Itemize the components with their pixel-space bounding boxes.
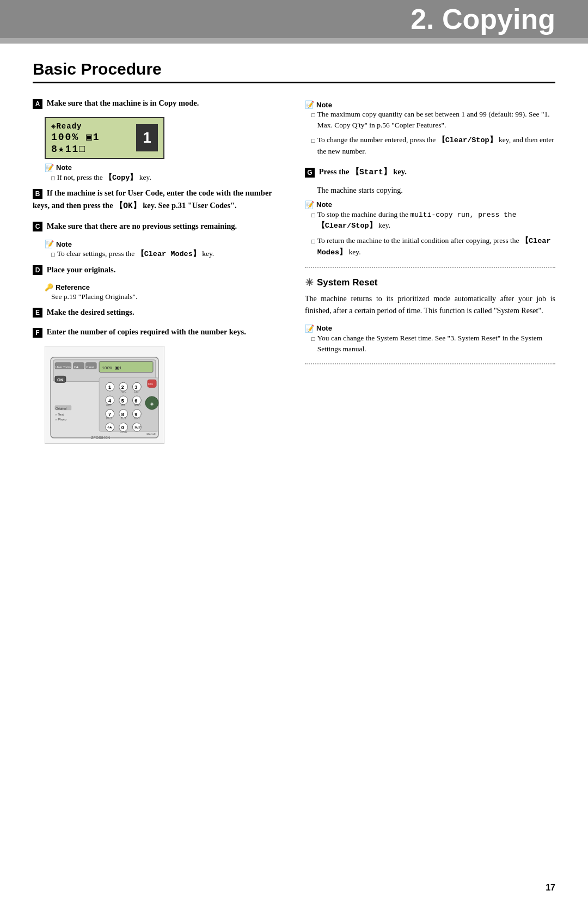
step-7-bullet-2: □ [311, 237, 315, 246]
svg-text:User Tools: User Tools [56, 365, 71, 369]
system-reset-text: The machine returns to its prioritized m… [305, 293, 555, 318]
lcd-top: ◈Ready [51, 121, 136, 131]
step-5: E Make the desired settings. [33, 306, 283, 319]
left-column: A Make sure that the machine is in Copy … [33, 97, 283, 450]
svg-text:GHI: GHI [106, 404, 111, 407]
step-3-num: C [33, 222, 42, 231]
step-4-ref: 🔑 Reference See p.19 "Placing Originals"… [45, 283, 283, 302]
step-2: B If the machine is set for User Code, e… [33, 187, 283, 212]
step-7-num: G [305, 168, 315, 178]
svg-text:100%  ▣1: 100% ▣1 [102, 365, 122, 370]
svg-text:○ Text: ○ Text [55, 413, 64, 416]
svg-text:C/⊙: C/⊙ [148, 383, 153, 386]
copier-image-container: 100% ▣1 User Tools C♣ Clear OK 1 [45, 346, 164, 446]
right-note-top-item-2-text: To change the number entered, press the … [317, 135, 555, 157]
svg-text:0: 0 [121, 425, 124, 430]
step-1: A Make sure that the machine is in Copy … [33, 97, 283, 109]
step-7-note-item-1-text: To stop the machine during the multi-cop… [317, 209, 555, 232]
step-7-note-item-1: □ To stop the machine during the multi-c… [311, 209, 555, 232]
svg-text:ZFOS840N: ZFOS840N [91, 436, 110, 440]
svg-text:5: 5 [121, 398, 124, 404]
step-7-note: 📝 Note □ To stop the machine during the … [305, 200, 555, 258]
step-6-text: Enter the number of copies required with… [47, 327, 246, 336]
system-reset-note-icon: 📝 [305, 324, 314, 333]
two-column-layout: A Make sure that the machine is in Copy … [33, 97, 555, 450]
svg-text:7: 7 [108, 412, 111, 417]
note-3-item-text: To clear settings, press the 【Clear Mode… [57, 248, 215, 260]
system-reset-note-item-1-text: You can change the System Reset time. Se… [317, 333, 555, 355]
step-3-text: Make sure that there are no previous set… [47, 222, 237, 230]
right-note-top-bullet-1: □ [311, 111, 315, 120]
lcd-number: 1 [136, 124, 158, 151]
right-note-top-title: 📝 Note [305, 100, 555, 109]
svg-text:8: 8 [121, 412, 124, 417]
svg-text:OK: OK [57, 377, 64, 382]
step-7-note-title: 📝 Note [305, 200, 555, 209]
system-reset-icon: ☀ [305, 277, 314, 289]
svg-text:2: 2 [121, 385, 124, 390]
page-number: 17 [546, 883, 555, 893]
step-7-bullet-1: □ [311, 211, 315, 220]
svg-text:○ Photo: ○ Photo [55, 418, 66, 421]
dotted-separator-2 [305, 363, 555, 364]
svg-text:9: 9 [134, 412, 137, 417]
step-1-num: A [33, 99, 42, 109]
svg-text:ABC: ABC [121, 391, 127, 393]
step-7-note-item-2-text: To return the machine to the initial con… [317, 235, 555, 259]
ref-icon: 🔑 [45, 283, 53, 291]
note-3-item-1: □ To clear settings, press the 【Clear Mo… [51, 248, 283, 260]
svg-text:Original: Original [56, 407, 66, 410]
step-4-text: Place your originals. [47, 265, 116, 274]
svg-text:3: 3 [134, 385, 137, 390]
lcd-display: ◈Ready 100% ▣1 8★11□ 1 [45, 117, 164, 159]
section-title: Basic Procedure [33, 60, 555, 83]
svg-text:◈: ◈ [150, 401, 154, 406]
step-2-num: B [33, 189, 42, 199]
system-reset-note-item-1: □ You can change the System Reset time. … [311, 333, 555, 355]
step-2-text: If the machine is set for User Code, ent… [33, 188, 272, 210]
right-note-top-item-1: □ The maximum copy quantity can be set b… [311, 109, 555, 131]
note-icon: 📝 [45, 163, 54, 172]
step-6: F Enter the number of copies required wi… [33, 326, 283, 338]
step-6-num: F [33, 328, 42, 338]
system-reset-note-label: Note [316, 324, 332, 332]
note-1-item-1-text: If not, press the 【Copy】 key. [57, 172, 151, 184]
system-reset-bullet-1: □ [311, 334, 315, 344]
lcd-bottom: 100% ▣1 8★11□ [51, 131, 136, 155]
step-7-text: Press the 【Start】 key. [319, 167, 407, 176]
step-1-text: Make sure that the machine is in Copy mo… [47, 99, 199, 107]
copier-svg: 100% ▣1 User Tools C♣ Clear OK 1 [45, 346, 164, 444]
step-7-note-icon: 📝 [305, 200, 314, 209]
right-note-top-icon: 📝 [305, 100, 314, 109]
system-reset-note: 📝 Note □ You can change the System Reset… [305, 324, 555, 355]
ref-label: Reference [56, 283, 90, 291]
right-note-top-item-1-text: The maximum copy quantity can be set bet… [317, 109, 555, 131]
note-3-label: Note [56, 240, 72, 248]
step-7-note-label: Note [316, 200, 332, 209]
right-note-top: 📝 Note □ The maximum copy quantity can b… [305, 100, 555, 157]
system-reset-note-title: 📝 Note [305, 324, 555, 333]
note-3-icon: 📝 [45, 240, 54, 248]
right-note-top-bullet-2: □ [311, 136, 315, 145]
svg-text:WXY: WXY [134, 417, 140, 420]
svg-text:Recall: Recall [146, 432, 155, 436]
page-header: 2. Copying [0, 0, 588, 38]
ref-text: See p.19 "Placing Originals". [51, 291, 283, 302]
note-3-title: 📝 Note [45, 240, 283, 248]
system-reset-label: System Reset [317, 277, 378, 288]
svg-text:1: 1 [108, 385, 111, 390]
right-note-top-label: Note [316, 101, 332, 109]
svg-text:R/#: R/# [134, 425, 140, 429]
step-3-note: 📝 Note □ To clear settings, press the 【C… [45, 240, 283, 260]
step-3: C Make sure that there are no previous s… [33, 220, 283, 233]
svg-text:DEF: DEF [134, 391, 139, 393]
svg-text:OPER: OPER [120, 431, 127, 434]
step-7-note-item-2: □ To return the machine to the initial c… [311, 235, 555, 259]
main-content: Basic Procedure A Make sure that the mac… [0, 44, 588, 472]
svg-text:-/★: -/★ [107, 425, 112, 429]
chapter-title: 2. Copying [411, 3, 555, 35]
right-note-top-item-2: □ To change the number entered, press th… [311, 135, 555, 157]
step-4: D Place your originals. [33, 264, 283, 276]
svg-text:4: 4 [108, 398, 111, 404]
note-1-item-1: □ If not, press the 【Copy】 key. [51, 172, 283, 184]
